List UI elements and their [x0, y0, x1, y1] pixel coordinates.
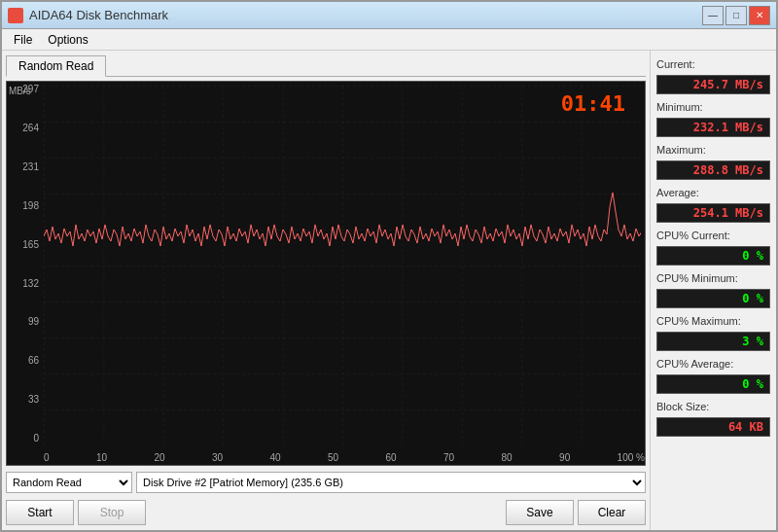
y-label-165: 165 — [9, 239, 39, 250]
cpu-maximum-value: 3 % — [656, 332, 770, 351]
disk-select[interactable]: Disk Drive #2 [Patriot Memory] (235.6 GB… — [136, 472, 646, 493]
minimum-label: Minimum: — [656, 101, 770, 113]
cpu-maximum-label: CPU% Maximum: — [656, 315, 770, 327]
menu-bar: File Options — [2, 29, 776, 51]
y-label-0: 0 — [9, 433, 39, 443]
x-label-80: 80 — [502, 452, 513, 463]
cpu-minimum-label: CPU% Minimum: — [656, 272, 770, 284]
maximum-value: 288.8 MB/s — [656, 160, 770, 180]
x-label-90: 90 — [559, 452, 570, 463]
save-button[interactable]: Save — [506, 500, 574, 525]
close-button[interactable]: ✕ — [749, 6, 770, 25]
cpu-minimum-value: 0 % — [656, 289, 770, 308]
app-icon — [8, 8, 23, 23]
x-label-100: 100 % — [618, 452, 645, 463]
y-label-132: 132 — [9, 278, 39, 289]
x-label-50: 50 — [328, 452, 338, 463]
main-area: Random Read MB/s 01:41 0 33 66 99 132 16… — [2, 51, 650, 530]
y-label-99: 99 — [9, 316, 39, 327]
current-value: 245.7 MB/s — [656, 75, 770, 94]
x-label-70: 70 — [443, 452, 454, 463]
cpu-current-label: CPU% Current: — [656, 230, 770, 241]
y-label-66: 66 — [9, 355, 39, 366]
start-button[interactable]: Start — [6, 500, 74, 525]
x-label-0: 0 — [44, 452, 50, 463]
x-label-40: 40 — [270, 452, 281, 463]
x-label-20: 20 — [154, 452, 164, 463]
y-label-264: 264 — [9, 123, 39, 133]
y-label-33: 33 — [9, 394, 39, 405]
x-label-30: 30 — [212, 452, 223, 463]
title-bar: AIDA64 Disk Benchmark — □ ✕ — [2, 2, 776, 29]
content-area: Random Read MB/s 01:41 0 33 66 99 132 16… — [2, 51, 776, 530]
y-axis-labels: 0 33 66 99 132 165 198 231 264 297 — [7, 82, 41, 445]
buttons-row: Start Stop Save Clear — [6, 499, 646, 526]
chart-container: MB/s 01:41 0 33 66 99 132 165 198 231 26… — [6, 81, 646, 466]
y-label-231: 231 — [9, 161, 39, 172]
svg-rect-3 — [44, 86, 641, 445]
y-label-297: 297 — [9, 84, 39, 94]
title-bar-left: AIDA64 Disk Benchmark — [8, 8, 168, 23]
sidebar-stats: Current: 245.7 MB/s Minimum: 232.1 MB/s … — [650, 51, 776, 530]
average-value: 254.1 MB/s — [656, 203, 770, 223]
title-buttons: — □ ✕ — [702, 6, 770, 25]
main-window: AIDA64 Disk Benchmark — □ ✕ File Options… — [0, 0, 778, 532]
menu-file[interactable]: File — [6, 31, 40, 49]
tab-random-read[interactable]: Random Read — [6, 55, 106, 77]
mode-select[interactable]: Random Read Random Write Sequential Read… — [6, 472, 132, 493]
chart-plot-area — [44, 86, 641, 445]
maximize-button[interactable]: □ — [725, 6, 747, 25]
y-label-198: 198 — [9, 200, 39, 211]
clear-button[interactable]: Clear — [578, 500, 646, 525]
block-size-value: 64 KB — [656, 417, 770, 437]
chart-svg — [44, 86, 641, 445]
block-size-label: Block Size: — [656, 401, 770, 412]
window-title: AIDA64 Disk Benchmark — [29, 8, 168, 22]
maximum-label: Maximum: — [656, 144, 770, 156]
controls-row: Random Read Random Write Sequential Read… — [6, 470, 646, 495]
x-label-60: 60 — [386, 452, 397, 463]
stop-button[interactable]: Stop — [78, 500, 146, 525]
average-label: Average: — [656, 187, 770, 198]
cpu-average-label: CPU% Average: — [656, 358, 770, 370]
minimum-value: 232.1 MB/s — [656, 118, 770, 137]
x-axis-labels: 0 10 20 30 40 50 60 70 80 90 100 % — [44, 452, 645, 463]
cpu-current-value: 0 % — [656, 246, 770, 266]
tab-bar: Random Read — [6, 54, 646, 77]
current-label: Current: — [656, 58, 770, 70]
cpu-average-value: 0 % — [656, 374, 770, 394]
minimize-button[interactable]: — — [702, 6, 724, 25]
menu-options[interactable]: Options — [40, 31, 95, 49]
x-label-10: 10 — [96, 452, 107, 463]
